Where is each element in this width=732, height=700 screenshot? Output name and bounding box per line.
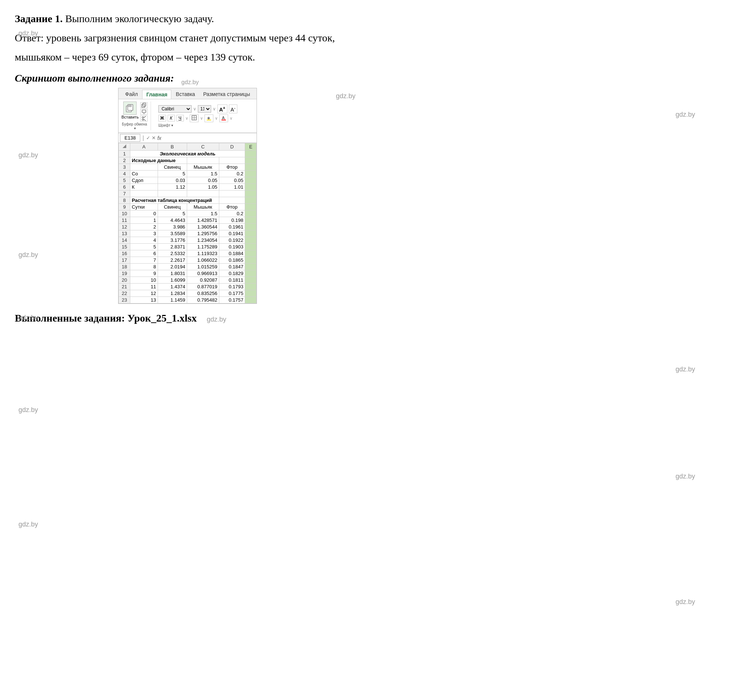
cell-d22[interactable]: 0.1775 (219, 290, 245, 297)
cell-a6[interactable]: К (130, 184, 158, 191)
cell-c20[interactable]: 0.92087 (187, 277, 219, 284)
cell-b10[interactable]: 5 (157, 210, 187, 217)
cell-e13[interactable] (245, 230, 257, 237)
cell-a11[interactable]: 1 (130, 217, 158, 224)
cell-a15[interactable]: 5 (130, 244, 158, 250)
font-shrink-button[interactable]: A- (229, 104, 237, 113)
scissors-icon[interactable] (140, 116, 148, 122)
cell-e16[interactable] (245, 250, 257, 257)
cell-e21[interactable] (245, 284, 257, 290)
cell-b15[interactable]: 2.8371 (157, 244, 187, 250)
cell-d14[interactable]: 0.1922 (219, 237, 245, 244)
cell-b17[interactable]: 2.2617 (157, 257, 187, 263)
cell-d23[interactable]: 0.1757 (219, 297, 245, 303)
col-header-b[interactable]: B (157, 143, 187, 151)
copy-icon[interactable] (140, 102, 148, 108)
cell-c11[interactable]: 1.428571 (187, 217, 219, 224)
cell-e6[interactable] (245, 184, 257, 191)
fill-color-button[interactable]: ◈ (204, 115, 213, 122)
cell-b4[interactable]: 5 (157, 171, 187, 177)
cell-b7[interactable] (157, 191, 187, 197)
cell-d21[interactable]: 0.1793 (219, 284, 245, 290)
cell-d19[interactable]: 0.1829 (219, 270, 245, 277)
cell-e17[interactable] (245, 257, 257, 263)
cell-a20[interactable]: 10 (130, 277, 158, 284)
bold-button[interactable]: Ж (158, 115, 166, 122)
cell-d13[interactable]: 0.1941 (219, 230, 245, 237)
tab-insert[interactable]: Вставка (172, 90, 198, 99)
cell-a4[interactable]: Co (130, 171, 158, 177)
cell-a8[interactable]: Расчетная таблица концентраций (130, 197, 219, 204)
cell-d6[interactable]: 1.01 (219, 184, 245, 191)
cell-d12[interactable]: 0.1961 (219, 224, 245, 230)
cell-reference-input[interactable] (120, 134, 140, 142)
cell-a17[interactable]: 7 (130, 257, 158, 263)
cell-e3[interactable] (245, 164, 257, 171)
cell-e11[interactable] (245, 217, 257, 224)
cell-c21[interactable]: 0.877019 (187, 284, 219, 290)
font-color-button[interactable]: A (219, 115, 228, 122)
cell-c23[interactable]: 0.795482 (187, 297, 219, 303)
cell-a16[interactable]: 6 (130, 250, 158, 257)
cell-c18[interactable]: 1.015259 (187, 263, 219, 270)
cell-d20[interactable]: 0.1811 (219, 277, 245, 284)
cell-e1[interactable] (245, 151, 257, 157)
cell-b5[interactable]: 0.03 (157, 177, 187, 184)
cell-b23[interactable]: 1.1459 (157, 297, 187, 303)
cell-d2[interactable] (219, 157, 245, 164)
cell-e2[interactable] (245, 157, 257, 164)
col-header-a[interactable]: A (130, 143, 158, 151)
underline-button[interactable]: Ч (176, 115, 184, 122)
cell-c15[interactable]: 1.175289 (187, 244, 219, 250)
cell-e20[interactable] (245, 277, 257, 284)
cell-d9[interactable]: Фтор (219, 204, 245, 210)
cell-d7[interactable] (219, 191, 245, 197)
font-size-select[interactable]: 11 (198, 105, 211, 113)
cell-c4[interactable]: 1.5 (187, 171, 219, 177)
cell-a3[interactable] (130, 164, 158, 171)
cell-c17[interactable]: 1.066022 (187, 257, 219, 263)
cell-e9[interactable] (245, 204, 257, 210)
cell-a18[interactable]: 8 (130, 263, 158, 270)
cell-a19[interactable]: 9 (130, 270, 158, 277)
cell-d15[interactable]: 0.1903 (219, 244, 245, 250)
cell-a22[interactable]: 12 (130, 290, 158, 297)
cell-c5[interactable]: 0.05 (187, 177, 219, 184)
cell-c19[interactable]: 0.966913 (187, 270, 219, 277)
cell-e14[interactable] (245, 237, 257, 244)
cell-e7[interactable] (245, 191, 257, 197)
cell-d11[interactable]: 0.198 (219, 217, 245, 224)
cell-c3[interactable]: Мышьяк (187, 164, 219, 171)
cell-b9[interactable]: Свинец (157, 204, 187, 210)
cell-d17[interactable]: 0.1865 (219, 257, 245, 263)
cell-c13[interactable]: 1.295756 (187, 230, 219, 237)
cell-c22[interactable]: 0.835256 (187, 290, 219, 297)
cell-b18[interactable]: 2.0194 (157, 263, 187, 270)
cell-a12[interactable]: 2 (130, 224, 158, 230)
borders-button[interactable] (190, 115, 198, 122)
cell-c7[interactable] (187, 191, 219, 197)
cell-d4[interactable]: 0.2 (219, 171, 245, 177)
format-painter-icon[interactable] (140, 109, 148, 115)
font-grow-button[interactable]: A+ (218, 104, 227, 113)
cell-b22[interactable]: 1.2834 (157, 290, 187, 297)
cell-e12[interactable] (245, 224, 257, 230)
cell-c9[interactable]: Мышьяк (187, 204, 219, 210)
tab-home[interactable]: Главная (142, 90, 171, 99)
cell-e23[interactable] (245, 297, 257, 303)
col-header-d[interactable]: D (219, 143, 245, 151)
cell-b19[interactable]: 1.8031 (157, 270, 187, 277)
cell-a2[interactable]: Исходные данные (130, 157, 187, 164)
font-name-select[interactable]: Calibri (158, 105, 192, 113)
cell-a14[interactable]: 4 (130, 237, 158, 244)
cell-d5[interactable]: 0.05 (219, 177, 245, 184)
cell-e8[interactable] (245, 197, 257, 204)
cell-a10[interactable]: 0 (130, 210, 158, 217)
cell-a23[interactable]: 13 (130, 297, 158, 303)
cell-c2[interactable] (187, 157, 219, 164)
cell-c6[interactable]: 1.05 (187, 184, 219, 191)
cell-d3[interactable]: Фтор (219, 164, 245, 171)
cell-a9[interactable]: Сутки (130, 204, 158, 210)
tab-page-layout[interactable]: Разметка страницы (199, 90, 254, 99)
cell-e5[interactable] (245, 177, 257, 184)
